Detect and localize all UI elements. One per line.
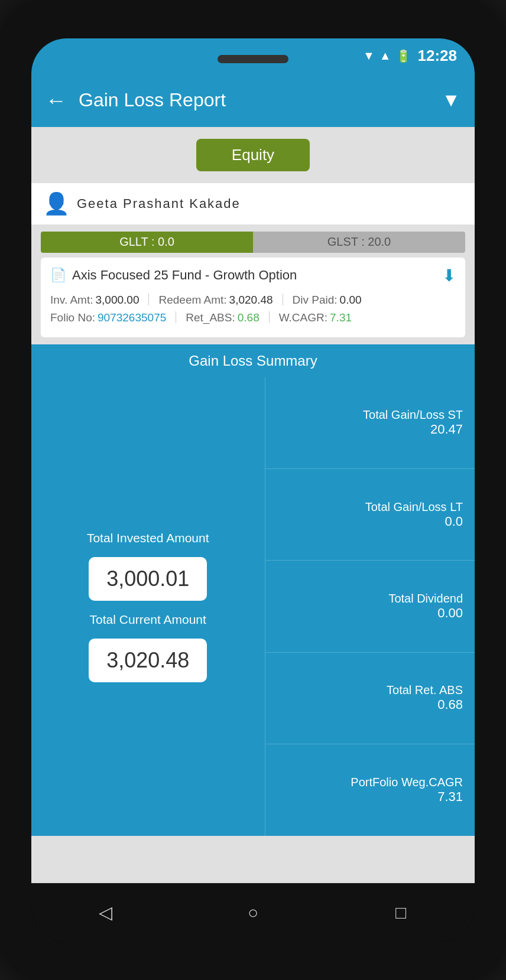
ret-abs-group: Ret_ABS: 0.68 bbox=[186, 311, 259, 324]
total-current-value: 3,020.48 bbox=[89, 639, 207, 682]
content-area: Equity 👤 Geeta Prashant Kakade GLLT : 0.… bbox=[31, 127, 475, 883]
user-avatar-icon: 👤 bbox=[43, 191, 70, 216]
fund-doc-icon: 📄 bbox=[50, 268, 66, 283]
user-name: Geeta Prashant Kakade bbox=[77, 196, 241, 211]
summary-right: Total Gain/Loss ST20.47Total Gain/Loss L… bbox=[265, 377, 475, 836]
fund-card-header: 📄 Axis Focused 25 Fund - Growth Option ⬇ bbox=[50, 266, 456, 285]
user-section: 👤 Geeta Prashant Kakade bbox=[31, 183, 475, 224]
total-invested-value: 3,000.01 bbox=[89, 557, 207, 601]
div-paid-label: Div Paid: bbox=[293, 294, 338, 307]
total-invested-label: Total Invested Amount bbox=[87, 531, 209, 545]
inv-amt-label: Inv. Amt: bbox=[50, 294, 93, 307]
separator-2 bbox=[283, 294, 283, 305]
wcagr-group: W.CAGR: 7.31 bbox=[279, 311, 352, 324]
status-icons: ▼ ▲ 🔋 bbox=[363, 49, 411, 63]
summary-left: Total Invested Amount 3,000.01 Total Cur… bbox=[31, 377, 265, 836]
fund-card-area: GLLT : 0.0 GLST : 20.0 📄 Axis Focused 25… bbox=[31, 224, 475, 344]
summary-right-value-0: 20.47 bbox=[430, 422, 463, 437]
fund-details-row-2: Folio No: 90732635075 Ret_ABS: 0.68 W.CA… bbox=[50, 311, 456, 324]
nav-bar: ◁ ○ □ bbox=[31, 883, 475, 942]
wcagr-value: 7.31 bbox=[330, 311, 352, 324]
separator-4 bbox=[269, 311, 270, 323]
folio-group: Folio No: 90732635075 bbox=[50, 311, 166, 324]
top-bar: ← Gain Loss Report ▼ bbox=[31, 74, 475, 127]
fund-details-row-1: Inv. Amt: 3,000.00 Redeem Amt: 3,020.48 … bbox=[50, 294, 456, 307]
folio-value[interactable]: 90732635075 bbox=[98, 311, 166, 324]
summary-right-label-4: PortFolio Weg.CAGR bbox=[351, 776, 463, 789]
summary-right-item-1: Total Gain/Loss LT0.0 bbox=[265, 469, 475, 561]
summary-right-value-2: 0.00 bbox=[437, 605, 463, 621]
summary-right-item-3: Total Ret. ABS0.68 bbox=[265, 653, 475, 744]
summary-header: Gain Loss Summary bbox=[31, 344, 475, 377]
gllt-bar: GLLT : 0.0 GLST : 20.0 bbox=[41, 232, 465, 253]
back-button[interactable]: ← bbox=[46, 88, 67, 113]
div-paid-value: 0.00 bbox=[340, 294, 362, 307]
signal-icon: ▲ bbox=[380, 49, 391, 63]
bottom-gray-area bbox=[31, 836, 475, 883]
summary-right-item-4: PortFolio Weg.CAGR7.31 bbox=[265, 744, 475, 835]
summary-right-value-4: 7.31 bbox=[437, 789, 463, 805]
separator-1 bbox=[148, 294, 149, 305]
folio-label: Folio No: bbox=[50, 311, 95, 324]
wifi-icon: ▼ bbox=[363, 49, 375, 63]
summary-right-value-1: 0.0 bbox=[445, 514, 463, 529]
gllt-indicator: GLLT : 0.0 bbox=[41, 232, 253, 253]
equity-section: Equity bbox=[31, 127, 475, 183]
inv-amt-group: Inv. Amt: 3,000.00 bbox=[50, 294, 139, 307]
div-paid-group: Div Paid: 0.00 bbox=[293, 294, 362, 307]
nav-home-button[interactable]: ○ bbox=[235, 895, 271, 930]
battery-icon: 🔋 bbox=[396, 49, 411, 63]
ret-abs-value: 0.68 bbox=[238, 311, 260, 324]
fund-card: 📄 Axis Focused 25 Fund - Growth Option ⬇… bbox=[41, 258, 465, 337]
glst-indicator: GLST : 20.0 bbox=[253, 232, 465, 253]
redeem-amt-label: Redeem Amt: bbox=[158, 294, 226, 307]
redeem-amt-value: 3,020.48 bbox=[229, 294, 273, 307]
total-current-label: Total Current Amount bbox=[90, 613, 206, 627]
filter-icon[interactable]: ▼ bbox=[442, 89, 460, 111]
fund-title: 📄 Axis Focused 25 Fund - Growth Option bbox=[50, 268, 297, 283]
page-title: Gain Loss Report bbox=[79, 89, 442, 111]
summary-right-item-2: Total Dividend0.00 bbox=[265, 561, 475, 652]
redeem-amt-group: Redeem Amt: 3,020.48 bbox=[158, 294, 273, 307]
inv-amt-value: 3,000.00 bbox=[96, 294, 140, 307]
status-time: 12:28 bbox=[418, 47, 458, 65]
fund-name: Axis Focused 25 Fund - Growth Option bbox=[72, 268, 297, 283]
summary-right-label-3: Total Ret. ABS bbox=[387, 683, 463, 697]
download-icon[interactable]: ⬇ bbox=[442, 266, 456, 285]
ret-abs-label: Ret_ABS: bbox=[186, 311, 235, 324]
equity-badge[interactable]: Equity bbox=[196, 139, 310, 171]
wcagr-label: W.CAGR: bbox=[279, 311, 327, 324]
nav-back-button[interactable]: ◁ bbox=[87, 895, 123, 930]
separator-3 bbox=[176, 311, 176, 323]
summary-right-label-1: Total Gain/Loss LT bbox=[365, 500, 463, 514]
summary-right-item-0: Total Gain/Loss ST20.47 bbox=[265, 377, 475, 469]
summary-right-label-0: Total Gain/Loss ST bbox=[363, 408, 463, 422]
summary-body: Total Invested Amount 3,000.01 Total Cur… bbox=[31, 377, 475, 836]
nav-recent-button[interactable]: □ bbox=[383, 895, 419, 930]
summary-right-label-2: Total Dividend bbox=[388, 592, 463, 605]
summary-right-value-3: 0.68 bbox=[437, 697, 463, 712]
